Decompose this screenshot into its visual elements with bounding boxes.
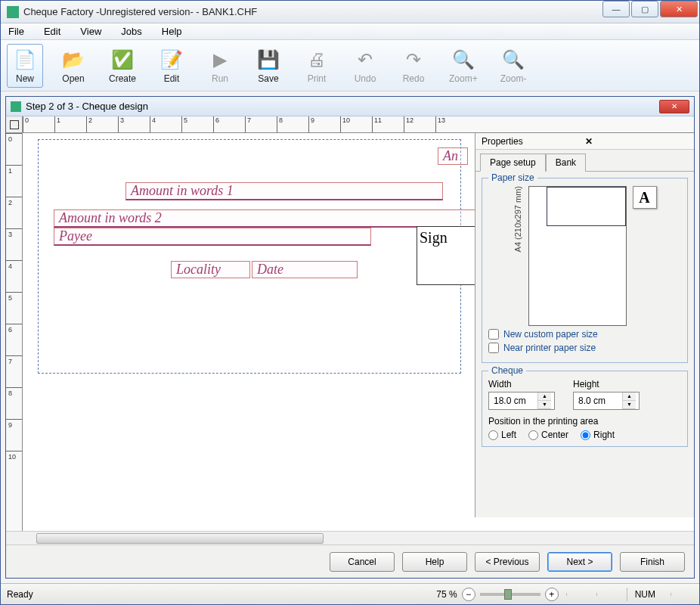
paper-size-legend: Paper size (488, 172, 537, 183)
zoom-slider[interactable] (480, 593, 540, 596)
undo-icon: ↶ (353, 48, 377, 72)
maximize-button[interactable]: ▢ (631, 1, 658, 17)
status-text: Ready (7, 589, 429, 600)
edit-icon: 📝 (160, 48, 184, 72)
zoom-in-button[interactable]: + (545, 588, 559, 601)
toolbar-print-label: Print (308, 73, 327, 84)
cheque-dimensions: Width ▲▼ Height (488, 379, 681, 410)
position-right[interactable]: Right (581, 430, 615, 440)
status-cell-4 (671, 593, 693, 596)
print-icon: 🖨 (305, 48, 329, 72)
ruler-vertical[interactable]: 012345678910 (6, 133, 23, 531)
toolbar-open-label: Open (62, 73, 84, 84)
zoom-out-button[interactable]: − (462, 588, 475, 601)
toolbar-edit-label: Edit (164, 73, 180, 84)
ruler-horizontal[interactable]: 012345678910111213 (23, 116, 694, 133)
toolbar-zoomout-label: Zoom- (500, 73, 527, 84)
tab-bank[interactable]: Bank (546, 154, 586, 172)
menu-jobs[interactable]: Jobs (116, 24, 146, 39)
cheque-outline[interactable]: An Amount in words 1 Amount in words 2 P… (38, 139, 461, 374)
properties-close-button[interactable]: ✕ (585, 136, 689, 147)
position-left-radio[interactable] (488, 430, 498, 440)
width-up-icon[interactable]: ▲ (538, 392, 551, 401)
ruler-corner[interactable] (6, 116, 23, 133)
designer-close-button[interactable]: ✕ (659, 100, 689, 113)
position-center-radio[interactable] (528, 430, 538, 440)
position-center[interactable]: Center (528, 430, 568, 440)
new-custom-paper-checkbox[interactable] (488, 329, 499, 340)
toolbar-save-button[interactable]: 💾Save (250, 44, 287, 88)
titlebar: Cheque Factory -Unregistered version- - … (1, 1, 699, 23)
position-left[interactable]: Left (488, 430, 516, 440)
toolbar-redo-button[interactable]: ↷Redo (395, 44, 432, 88)
close-button[interactable]: ✕ (660, 1, 698, 17)
toolbar-zoomin-button[interactable]: 🔍Zoom+ (444, 44, 483, 88)
field-amount-words-1[interactable]: Amount in words 1 (125, 182, 443, 200)
menu-file[interactable]: File (4, 24, 29, 39)
field-amount-words-2[interactable]: Amount in words 2 (54, 209, 485, 228)
cancel-button[interactable]: Cancel (330, 552, 395, 572)
cheque-group: Cheque Width ▲▼ Hei (482, 371, 688, 447)
field-amount-label[interactable]: An (438, 147, 468, 165)
create-icon: ✅ (110, 48, 135, 72)
paper-size-group: Paper size A4 (210x297 mm) A New cust (482, 178, 688, 363)
horizontal-scrollbar[interactable] (6, 531, 694, 544)
field-payee[interactable]: Payee (54, 228, 371, 246)
menu-edit[interactable]: Edit (39, 24, 65, 39)
near-printer-paper-row[interactable]: Near printer paper size (488, 343, 681, 353)
toolbar-create-label: Create (109, 73, 136, 84)
menu-view[interactable]: View (76, 24, 106, 39)
font-button[interactable]: A (633, 186, 657, 209)
toolbar-redo-label: Redo (403, 73, 425, 84)
height-spinbox[interactable]: ▲▼ (573, 392, 640, 410)
app-icon (7, 6, 19, 18)
status-cell-2 (596, 593, 619, 596)
zoom-slider-thumb[interactable] (504, 589, 512, 600)
toolbar-run-button[interactable]: ▶Run (202, 44, 238, 88)
toolbar-new-button[interactable]: 📄New (7, 44, 43, 88)
toolbar-create-button[interactable]: ✅Create (104, 44, 141, 88)
new-custom-paper-label: New custom paper size (503, 329, 598, 340)
width-spinbox[interactable]: ▲▼ (488, 392, 555, 410)
horizontal-scroll-thumb[interactable] (36, 533, 324, 544)
height-input[interactable] (574, 392, 622, 409)
save-icon: 💾 (256, 48, 280, 72)
toolbar-edit-button[interactable]: 📝Edit (153, 44, 190, 88)
tab-page-setup[interactable]: Page setup (480, 154, 546, 172)
minimize-button[interactable]: — (602, 1, 630, 17)
menubar: File Edit View Jobs Help (1, 23, 699, 40)
zoom-control: 75 % − + (436, 588, 558, 601)
cheque-legend: Cheque (488, 365, 526, 376)
properties-panel: Properties ✕ Page setup Bank Paper size … (475, 133, 694, 517)
menu-help[interactable]: Help (157, 24, 187, 39)
field-locality[interactable]: Locality (171, 261, 250, 278)
width-input[interactable] (489, 392, 537, 409)
toolbar-zoomin-label: Zoom+ (449, 73, 478, 84)
width-column: Width ▲▼ (488, 379, 555, 410)
toolbar-zoomout-button[interactable]: 🔍Zoom- (495, 44, 532, 88)
toolbar: 📄New📂Open✅Create📝Edit▶Run💾Save🖨Print↶Und… (1, 40, 699, 92)
help-button[interactable]: Help (402, 552, 467, 572)
height-up-icon[interactable]: ▲ (623, 392, 636, 401)
toolbar-undo-button[interactable]: ↶Undo (347, 44, 383, 88)
position-right-radio[interactable] (581, 430, 590, 440)
toolbar-open-button[interactable]: 📂Open (55, 44, 91, 88)
page-preview[interactable] (528, 186, 627, 326)
toolbar-print-button[interactable]: 🖨Print (299, 44, 335, 88)
previous-button[interactable]: < Previous (475, 552, 540, 572)
zoomin-icon: 🔍 (451, 48, 475, 72)
zoom-value: 75 % (436, 589, 457, 600)
properties-tabs: Page setup Bank (475, 150, 694, 171)
designer-icon (11, 101, 21, 112)
finish-button[interactable]: Finish (620, 552, 685, 572)
width-down-icon[interactable]: ▼ (538, 401, 551, 409)
toolbar-run-label: Run (212, 73, 228, 84)
next-button[interactable]: Next > (547, 552, 612, 572)
width-label: Width (488, 379, 555, 389)
field-date[interactable]: Date (252, 261, 358, 278)
status-num: NUM (627, 588, 663, 601)
new-custom-paper-row[interactable]: New custom paper size (488, 329, 681, 340)
near-printer-paper-checkbox[interactable] (488, 343, 499, 353)
height-down-icon[interactable]: ▼ (623, 401, 636, 409)
status-cell-1 (566, 593, 589, 596)
